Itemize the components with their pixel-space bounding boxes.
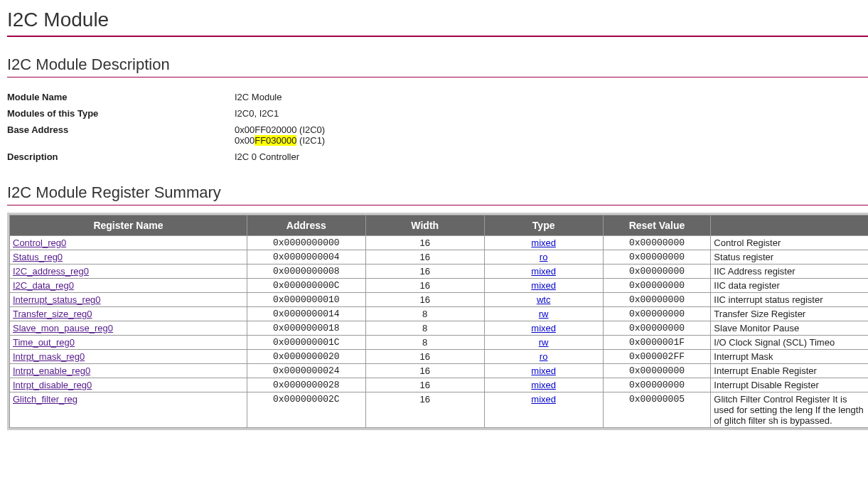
register-reset-cell: 0x00000000 bbox=[603, 364, 711, 378]
base-addr-line2-post: (I2C1) bbox=[296, 135, 325, 146]
register-type-link[interactable]: mixed bbox=[531, 266, 556, 277]
table-row: Intrpt_disable_reg00x000000002816mixed0x… bbox=[10, 378, 869, 392]
register-width-cell: 16 bbox=[365, 364, 484, 378]
info-value: I2C0, I2C1 bbox=[235, 105, 325, 122]
register-desc-cell: Status register bbox=[711, 250, 868, 264]
register-name-cell: Intrpt_enable_reg0 bbox=[10, 364, 247, 378]
register-name-cell: Control_reg0 bbox=[10, 236, 247, 250]
register-link[interactable]: Time_out_reg0 bbox=[13, 337, 75, 348]
register-reset-cell: 0x00000000 bbox=[603, 279, 711, 293]
register-address-cell: 0x0000000018 bbox=[247, 321, 365, 336]
register-type-cell: mixed bbox=[484, 378, 603, 392]
register-name-cell: Interrupt_status_reg0 bbox=[10, 293, 247, 307]
register-type-link[interactable]: mixed bbox=[531, 280, 556, 291]
register-reset-cell: 0x00000000 bbox=[603, 378, 711, 392]
register-desc-cell: Interrupt Enable Register bbox=[711, 364, 868, 378]
register-link[interactable]: Intrpt_enable_reg0 bbox=[13, 365, 90, 376]
register-type-cell: mixed bbox=[484, 364, 603, 378]
col-width: Width bbox=[365, 215, 484, 236]
register-address-cell: 0x0000000014 bbox=[247, 307, 365, 321]
register-type-link[interactable]: mixed bbox=[531, 237, 556, 248]
register-link[interactable]: Interrupt_status_reg0 bbox=[13, 294, 101, 305]
register-width-cell: 16 bbox=[365, 378, 484, 392]
register-address-cell: 0x0000000004 bbox=[247, 250, 365, 264]
base-addr-line1: 0x00FF020000 (I2C0) bbox=[235, 124, 325, 135]
register-desc-cell: IIC Address register bbox=[711, 264, 868, 279]
register-type-link[interactable]: mixed bbox=[531, 380, 556, 390]
col-register-name: Register Name bbox=[10, 215, 247, 236]
register-width-cell: 16 bbox=[365, 350, 484, 364]
info-label: Module Name bbox=[7, 89, 235, 105]
info-row-modules-of-type: Modules of this Type I2C0, I2C1 bbox=[7, 105, 325, 122]
register-link[interactable]: Intrpt_mask_reg0 bbox=[13, 351, 85, 362]
register-reset-cell: 0x0000001F bbox=[603, 336, 711, 350]
section-description-heading: I2C Module Description bbox=[7, 55, 868, 78]
table-header-row: Register Name Address Width Type Reset V… bbox=[10, 215, 869, 236]
info-row-description: Description I2C 0 Controller bbox=[7, 149, 325, 165]
register-desc-cell: IIC data register bbox=[711, 279, 868, 293]
register-type-cell: mixed bbox=[484, 236, 603, 250]
register-type-link[interactable]: mixed bbox=[531, 365, 556, 376]
register-type-link[interactable]: mixed bbox=[531, 323, 556, 333]
register-link[interactable]: I2C_address_reg0 bbox=[13, 266, 89, 277]
register-link[interactable]: Intrpt_disable_reg0 bbox=[13, 380, 92, 390]
info-value: I2C Module bbox=[235, 89, 325, 105]
register-width-cell: 16 bbox=[365, 293, 484, 307]
info-value: I2C 0 Controller bbox=[235, 149, 325, 165]
register-name-cell: Slave_mon_pause_reg0 bbox=[10, 321, 247, 336]
register-table-container: Register Name Address Width Type Reset V… bbox=[7, 213, 868, 430]
register-name-cell: Intrpt_mask_reg0 bbox=[10, 350, 247, 364]
register-type-link[interactable]: ro bbox=[540, 252, 548, 262]
register-type-cell: ro bbox=[484, 250, 603, 264]
register-desc-cell: Glitch Filter Control Register It is use… bbox=[711, 392, 868, 428]
col-type: Type bbox=[484, 215, 603, 236]
register-reset-cell: 0x00000000 bbox=[603, 293, 711, 307]
register-desc-cell: Slave Monitor Pause bbox=[711, 321, 868, 336]
table-row: I2C_address_reg00x000000000816mixed0x000… bbox=[10, 264, 869, 279]
register-reset-cell: 0x00000000 bbox=[603, 250, 711, 264]
register-reset-cell: 0x00000000 bbox=[603, 321, 711, 336]
register-link[interactable]: Control_reg0 bbox=[13, 237, 66, 248]
register-type-cell: mixed bbox=[484, 392, 603, 428]
register-link[interactable]: Glitch_filter_reg bbox=[13, 394, 77, 405]
table-row: Transfer_size_reg00x00000000148rw0x00000… bbox=[10, 307, 869, 321]
register-type-link[interactable]: rw bbox=[539, 309, 549, 319]
register-reset-cell: 0x000002FF bbox=[603, 350, 711, 364]
register-width-cell: 16 bbox=[365, 279, 484, 293]
register-width-cell: 16 bbox=[365, 264, 484, 279]
register-type-cell: rw bbox=[484, 336, 603, 350]
register-type-link[interactable]: rw bbox=[539, 337, 549, 348]
register-width-cell: 16 bbox=[365, 392, 484, 428]
table-row: Slave_mon_pause_reg00x00000000188mixed0x… bbox=[10, 321, 869, 336]
register-reset-cell: 0x00000000 bbox=[603, 307, 711, 321]
register-type-cell: rw bbox=[484, 307, 603, 321]
register-address-cell: 0x0000000010 bbox=[247, 293, 365, 307]
register-desc-cell: IIC interrupt status register bbox=[711, 293, 868, 307]
table-row: Time_out_reg00x000000001C8rw0x0000001FI/… bbox=[10, 336, 869, 350]
register-desc-cell: Control Register bbox=[711, 236, 868, 250]
register-name-cell: Status_reg0 bbox=[10, 250, 247, 264]
register-address-cell: 0x0000000008 bbox=[247, 264, 365, 279]
register-link[interactable]: I2C_data_reg0 bbox=[13, 280, 74, 291]
register-link[interactable]: Status_reg0 bbox=[13, 252, 63, 262]
register-address-cell: 0x000000000C bbox=[247, 279, 365, 293]
register-address-cell: 0x0000000020 bbox=[247, 350, 365, 364]
info-row-module-name: Module Name I2C Module bbox=[7, 89, 325, 105]
register-type-cell: wtc bbox=[484, 293, 603, 307]
col-address: Address bbox=[247, 215, 365, 236]
section-summary-heading: I2C Module Register Summary bbox=[7, 183, 868, 205]
base-addr-highlight: FF030000 bbox=[254, 135, 296, 146]
register-type-link[interactable]: ro bbox=[540, 351, 548, 362]
register-type-cell: mixed bbox=[484, 264, 603, 279]
table-row: Glitch_filter_reg0x000000002C16mixed0x00… bbox=[10, 392, 869, 428]
register-desc-cell: Interrupt Mask bbox=[711, 350, 868, 364]
register-link[interactable]: Transfer_size_reg0 bbox=[13, 309, 92, 319]
register-type-link[interactable]: wtc bbox=[537, 294, 551, 305]
register-name-cell: Time_out_reg0 bbox=[10, 336, 247, 350]
register-link[interactable]: Slave_mon_pause_reg0 bbox=[13, 323, 113, 333]
info-label: Description bbox=[7, 149, 235, 165]
table-row: Interrupt_status_reg00x000000001016wtc0x… bbox=[10, 293, 869, 307]
register-type-cell: mixed bbox=[484, 279, 603, 293]
register-type-link[interactable]: mixed bbox=[531, 394, 556, 405]
table-row: Control_reg00x000000000016mixed0x0000000… bbox=[10, 236, 869, 250]
